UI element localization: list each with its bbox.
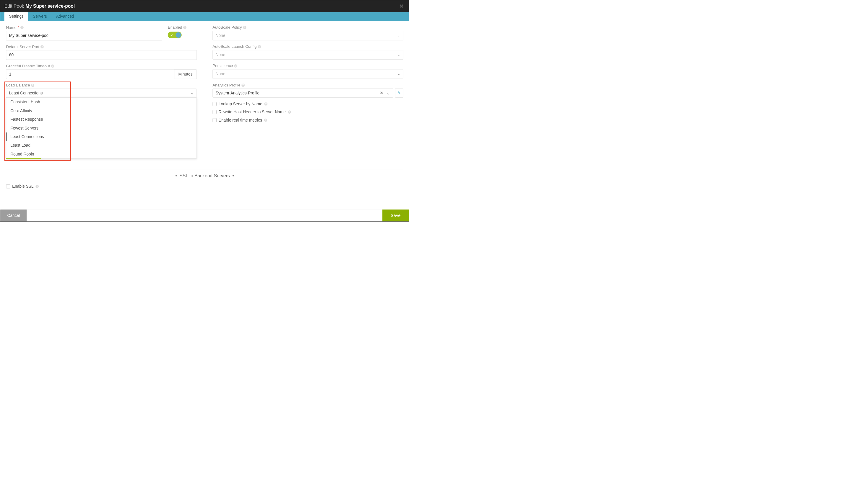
lookup-server-checkbox[interactable] — [213, 102, 217, 106]
required-star: * — [18, 25, 19, 30]
lookup-server-label: Lookup Server by Name — [219, 102, 262, 106]
titlebar: Edit Pool: My Super service-pool ✕ — [0, 0, 409, 12]
check-icon: ✓ — [170, 33, 173, 37]
name-input[interactable] — [6, 31, 162, 40]
help-icon[interactable]: ? — [35, 185, 39, 188]
autoscale-launch-select[interactable]: None — [213, 50, 403, 60]
enabled-label: Enabled ? — [168, 25, 197, 30]
realtime-metrics-label: Enable real time metrics — [219, 118, 262, 123]
title-name: My Super service-pool — [25, 3, 75, 9]
help-icon[interactable]: ? — [40, 45, 44, 48]
analytics-value: System-Analytics-Profile — [216, 91, 260, 95]
help-icon[interactable]: ? — [183, 26, 186, 29]
lb-option-least-connections[interactable]: Least Connections — [6, 132, 197, 141]
save-button[interactable]: Save — [382, 210, 409, 221]
help-icon[interactable]: ? — [243, 26, 246, 29]
help-icon[interactable]: ? — [234, 64, 237, 68]
help-icon[interactable]: ? — [264, 119, 267, 122]
help-icon[interactable]: ? — [241, 84, 245, 87]
lb-option-least-load[interactable]: Least Load — [6, 141, 197, 150]
autoscale-policy-select[interactable]: None — [213, 31, 403, 40]
lb-option-fewest-servers[interactable]: Fewest Servers — [6, 124, 197, 132]
lb-underline — [6, 158, 41, 159]
footer: Cancel Save — [0, 210, 409, 221]
ssl-section-header: • SSL to Backend Servers • — [6, 169, 403, 183]
tab-settings[interactable]: Settings — [4, 12, 28, 21]
close-icon[interactable]: ✕ — [398, 3, 405, 10]
realtime-metrics-checkbox[interactable] — [213, 118, 217, 122]
edit-analytics-button[interactable]: ✎ — [395, 89, 403, 98]
persistence-select[interactable]: None — [213, 69, 403, 79]
rewrite-host-label: Rewrite Host Header to Server Name — [219, 110, 286, 114]
title-prefix: Edit Pool: — [4, 3, 24, 9]
enabled-toggle[interactable]: ✓ — [168, 32, 181, 38]
tab-advanced[interactable]: Advanced — [51, 12, 78, 21]
lb-option-core-affinity[interactable]: Core Affinity — [6, 107, 197, 115]
default-port-input[interactable] — [6, 50, 197, 60]
help-icon[interactable]: ? — [288, 110, 291, 114]
pencil-icon: ✎ — [397, 91, 401, 95]
enable-ssl-checkbox[interactable] — [6, 184, 10, 188]
analytics-select[interactable]: System-Analytics-Profile ✕ ⌄ — [213, 89, 393, 98]
chevron-down-icon: ⌄ — [190, 91, 194, 96]
clear-icon[interactable]: ✕ — [380, 91, 383, 95]
help-icon[interactable]: ? — [265, 102, 268, 106]
help-icon[interactable]: ? — [258, 45, 261, 48]
load-balance-label: Load Balance ? — [6, 83, 197, 87]
help-icon[interactable]: ? — [31, 84, 34, 87]
autoscale-launch-label: AutoScale Launch Config ? — [213, 44, 403, 49]
cancel-button[interactable]: Cancel — [0, 210, 27, 221]
graceful-input[interactable] — [6, 69, 174, 79]
lb-option-consistent-hash[interactable]: Consistent Hash — [6, 98, 197, 106]
help-icon[interactable]: ? — [51, 64, 54, 68]
load-balance-selected-value: Least Connections — [9, 91, 43, 96]
load-balance-select[interactable]: Least Connections ⌄ — [6, 89, 197, 98]
enable-ssl-label: Enable SSL — [12, 184, 33, 189]
toggle-knob — [176, 32, 181, 38]
tabs: Settings Servers Advanced — [0, 12, 409, 21]
analytics-label: Analytics Profile ? — [213, 83, 403, 87]
rewrite-host-checkbox[interactable] — [213, 110, 217, 114]
chevron-down-icon: ⌄ — [387, 91, 390, 95]
edit-pool-modal: Edit Pool: My Super service-pool ✕ Setti… — [0, 0, 409, 222]
graceful-label: Graceful Disable Timeout ? — [6, 64, 197, 68]
lb-option-fastest-response[interactable]: Fastest Response — [6, 115, 197, 124]
help-icon[interactable]: ? — [20, 26, 24, 29]
autoscale-policy-label: AutoScale Policy ? — [213, 25, 403, 30]
default-port-label: Default Server Port ? — [6, 44, 197, 49]
load-balance-dropdown: Consistent Hash Core Affinity Fastest Re… — [6, 98, 197, 159]
lb-option-round-robin[interactable]: Round Robin — [6, 150, 197, 159]
name-label: Name * ? — [6, 25, 162, 30]
persistence-label: Persistence ? — [213, 64, 403, 68]
tab-servers[interactable]: Servers — [28, 12, 52, 21]
graceful-unit: Minutes — [174, 69, 197, 79]
